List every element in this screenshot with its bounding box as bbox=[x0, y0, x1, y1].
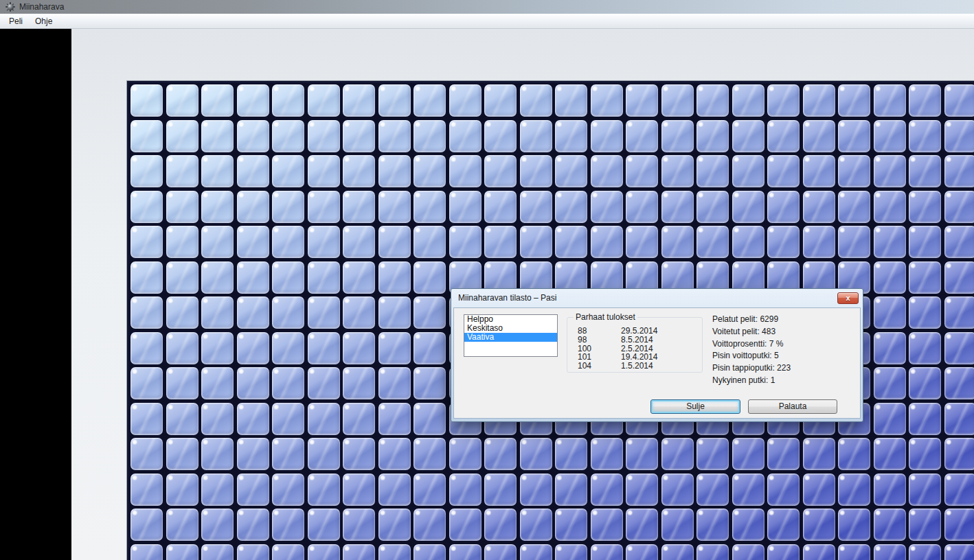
tile[interactable] bbox=[767, 191, 800, 223]
tile[interactable] bbox=[803, 155, 835, 187]
tile[interactable] bbox=[378, 544, 411, 560]
tile[interactable] bbox=[944, 296, 974, 329]
tile[interactable] bbox=[767, 544, 800, 560]
tile[interactable] bbox=[484, 226, 517, 258]
tile[interactable] bbox=[944, 544, 974, 560]
tile[interactable] bbox=[201, 403, 234, 435]
tile[interactable] bbox=[201, 544, 234, 560]
close-icon[interactable]: x bbox=[837, 292, 859, 304]
tile[interactable] bbox=[272, 367, 304, 399]
tile[interactable] bbox=[378, 226, 411, 258]
tile[interactable] bbox=[131, 438, 163, 470]
tile[interactable] bbox=[308, 403, 340, 435]
tile[interactable] bbox=[909, 261, 941, 294]
tile[interactable] bbox=[414, 474, 446, 506]
tile[interactable] bbox=[874, 296, 906, 329]
tile[interactable] bbox=[484, 438, 517, 470]
tile[interactable] bbox=[803, 438, 835, 470]
tile[interactable] bbox=[378, 155, 411, 187]
tile[interactable] bbox=[201, 120, 234, 152]
tile[interactable] bbox=[201, 296, 234, 329]
tile[interactable] bbox=[626, 226, 658, 258]
tile[interactable] bbox=[838, 155, 870, 187]
tile[interactable] bbox=[131, 296, 163, 329]
tile[interactable] bbox=[909, 438, 941, 470]
tile[interactable] bbox=[272, 226, 304, 258]
tile[interactable] bbox=[767, 84, 800, 117]
tile[interactable] bbox=[661, 84, 694, 117]
tile[interactable] bbox=[449, 474, 482, 506]
tile[interactable] bbox=[131, 120, 163, 152]
tile[interactable] bbox=[414, 84, 446, 117]
tile[interactable] bbox=[520, 474, 552, 506]
tile[interactable] bbox=[166, 84, 199, 117]
tile[interactable] bbox=[449, 438, 482, 470]
tile[interactable] bbox=[909, 296, 941, 329]
tile[interactable] bbox=[803, 544, 835, 560]
tile[interactable] bbox=[626, 544, 658, 560]
tile[interactable] bbox=[626, 474, 658, 506]
tile[interactable] bbox=[414, 509, 446, 541]
tile[interactable] bbox=[520, 544, 552, 560]
tile[interactable] bbox=[591, 474, 623, 506]
tile[interactable] bbox=[874, 261, 906, 294]
window-titlebar[interactable]: Miinaharava bbox=[0, 0, 974, 14]
tile[interactable] bbox=[909, 474, 941, 506]
tile[interactable] bbox=[626, 155, 658, 187]
tile[interactable] bbox=[131, 544, 163, 560]
tile[interactable] bbox=[484, 191, 517, 223]
tile[interactable] bbox=[696, 120, 729, 152]
tile[interactable] bbox=[237, 544, 269, 560]
tile[interactable] bbox=[838, 509, 870, 541]
tile[interactable] bbox=[661, 474, 694, 506]
tile[interactable] bbox=[767, 509, 800, 541]
tile[interactable] bbox=[237, 261, 269, 294]
tile[interactable] bbox=[414, 403, 446, 435]
tile[interactable] bbox=[414, 438, 446, 470]
tile[interactable] bbox=[131, 155, 163, 187]
tile[interactable] bbox=[767, 155, 800, 187]
tile[interactable] bbox=[308, 438, 340, 470]
tile[interactable] bbox=[838, 438, 870, 470]
tile[interactable] bbox=[166, 261, 199, 294]
tile[interactable] bbox=[838, 474, 870, 506]
tile[interactable] bbox=[343, 474, 375, 506]
tile[interactable] bbox=[272, 120, 304, 152]
tile[interactable] bbox=[237, 155, 269, 187]
tile[interactable] bbox=[484, 120, 517, 152]
tile[interactable] bbox=[520, 509, 552, 541]
tile[interactable] bbox=[449, 544, 482, 560]
tile[interactable] bbox=[591, 438, 623, 470]
tile[interactable] bbox=[308, 296, 340, 329]
tile[interactable] bbox=[414, 226, 446, 258]
tile[interactable] bbox=[767, 474, 800, 506]
tile[interactable] bbox=[838, 191, 870, 223]
tile[interactable] bbox=[414, 296, 446, 329]
tile[interactable] bbox=[909, 155, 941, 187]
tile[interactable] bbox=[626, 438, 658, 470]
tile[interactable] bbox=[343, 84, 375, 117]
tile[interactable] bbox=[237, 120, 269, 152]
tile[interactable] bbox=[944, 120, 974, 152]
tile[interactable] bbox=[237, 367, 269, 399]
tile[interactable] bbox=[166, 509, 199, 541]
tile[interactable] bbox=[272, 261, 304, 294]
tile[interactable] bbox=[696, 155, 729, 187]
tile[interactable] bbox=[944, 191, 974, 223]
tile[interactable] bbox=[166, 296, 199, 329]
tile[interactable] bbox=[308, 191, 340, 223]
tile[interactable] bbox=[555, 474, 587, 506]
tile[interactable] bbox=[201, 261, 234, 294]
tile[interactable] bbox=[626, 84, 658, 117]
tile[interactable] bbox=[272, 509, 304, 541]
tile[interactable] bbox=[520, 155, 552, 187]
tile[interactable] bbox=[944, 155, 974, 187]
tile[interactable] bbox=[555, 438, 587, 470]
tile[interactable] bbox=[237, 226, 269, 258]
tile[interactable] bbox=[343, 296, 375, 329]
tile[interactable] bbox=[414, 367, 446, 399]
dialog-titlebar[interactable]: Miinaharavan tilasto – Pasi x bbox=[451, 289, 863, 307]
tile[interactable] bbox=[484, 474, 517, 506]
tile[interactable] bbox=[201, 332, 234, 364]
tile[interactable] bbox=[838, 544, 870, 560]
